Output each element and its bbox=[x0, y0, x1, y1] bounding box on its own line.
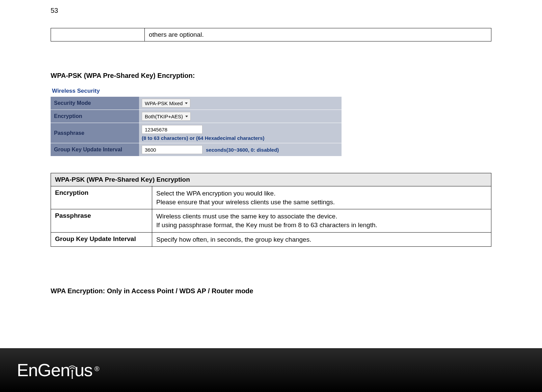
registered-trademark-icon: ® bbox=[94, 365, 100, 373]
page-number: 53 bbox=[51, 7, 491, 14]
group-key-input[interactable] bbox=[142, 145, 202, 154]
wpa-psk-description-table: WPA-PSK (WPA Pre-Shared Key) Encryption … bbox=[51, 173, 491, 247]
desc-text-encryption: Select the WPA encryption you would like… bbox=[152, 186, 491, 209]
passphrase-label: Passphrase bbox=[51, 123, 139, 143]
encryption-label: Encryption bbox=[51, 110, 139, 123]
table-row: others are optional. bbox=[51, 28, 491, 41]
wireless-security-title: Wireless Security bbox=[51, 86, 342, 96]
top-fragment-left bbox=[51, 28, 145, 41]
group-key-hint: seconds(30~3600, 0: disabled) bbox=[206, 147, 279, 153]
encryption-value-cell: Both(TKIP+AES) bbox=[139, 110, 342, 123]
page-footer: EnGen us ® bbox=[0, 348, 542, 392]
desc-label-passphrase: Passphrase bbox=[51, 209, 152, 232]
passphrase-hint: (8 to 63 characters) or (64 Hexadecimal … bbox=[142, 135, 339, 141]
section-heading-wpa-psk: WPA-PSK (WPA Pre-Shared Key) Encryption: bbox=[51, 72, 491, 80]
wireless-security-panel: Wireless Security Security Mode WPA-PSK … bbox=[51, 86, 342, 156]
top-fragment-right: others are optional. bbox=[145, 28, 491, 41]
desc-table-header: WPA-PSK (WPA Pre-Shared Key) Encryption bbox=[51, 173, 491, 186]
security-mode-select[interactable]: WPA-PSK Mixed bbox=[142, 99, 190, 108]
logo-part1: EnGen bbox=[17, 360, 70, 380]
security-mode-label: Security Mode bbox=[51, 97, 139, 110]
encryption-row: Encryption Both(TKIP+AES) bbox=[51, 110, 342, 123]
security-mode-value-cell: WPA-PSK Mixed bbox=[139, 97, 342, 110]
engenius-logo: EnGen us ® bbox=[17, 360, 100, 380]
table-header-row: WPA-PSK (WPA Pre-Shared Key) Encryption bbox=[51, 173, 491, 186]
group-key-row: Group Key Update Interval seconds(30~360… bbox=[51, 143, 342, 156]
encryption-select[interactable]: Both(TKIP+AES) bbox=[142, 112, 191, 121]
group-key-value-cell: seconds(30~3600, 0: disabled) bbox=[139, 143, 342, 156]
passphrase-value-cell: (8 to 63 characters) or (64 Hexadecimal … bbox=[139, 123, 342, 143]
desc-text-group-key: Specify how often, in seconds, the group… bbox=[152, 232, 491, 247]
table-row: Group Key Update Interval Specify how of… bbox=[51, 232, 491, 247]
table-row: Passphrase Wireless clients must use the… bbox=[51, 209, 491, 232]
antenna-icon bbox=[69, 366, 75, 381]
desc-label-encryption: Encryption bbox=[51, 186, 152, 209]
group-key-label: Group Key Update Interval bbox=[51, 143, 139, 156]
section-heading-wpa-encryption: WPA Encryption: Only in Access Point / W… bbox=[51, 287, 491, 295]
passphrase-row: Passphrase (8 to 63 characters) or (64 H… bbox=[51, 123, 342, 143]
security-mode-row: Security Mode WPA-PSK Mixed bbox=[51, 96, 342, 110]
table-row: Encryption Select the WPA encryption you… bbox=[51, 186, 491, 209]
passphrase-input[interactable] bbox=[142, 125, 202, 134]
desc-text-passphrase: Wireless clients must use the same key t… bbox=[152, 209, 491, 232]
top-fragment-table: others are optional. bbox=[51, 28, 491, 41]
desc-label-group-key: Group Key Update Interval bbox=[51, 232, 152, 247]
svg-point-0 bbox=[71, 370, 73, 372]
